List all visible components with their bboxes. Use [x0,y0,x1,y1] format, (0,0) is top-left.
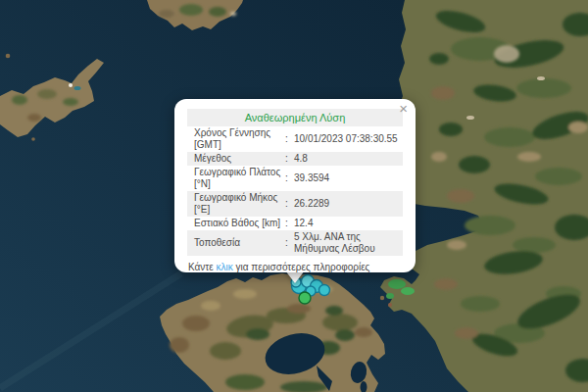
popup-row-origin-time: Χρόνος Γέννησης [GMT] : 10/01/2023 07:38… [187,126,403,152]
row-value: 4.8 [294,153,403,165]
row-value: 5 Χλμ. ΑΝΑ της Μήθυμνας Λέσβου [294,231,403,255]
row-label: Χρόνος Γέννησης [GMT] [187,127,285,151]
earthquake-marker-selected[interactable] [299,292,311,304]
popup-row-latitude: Γεωγραφικό Πλάτος [°N] : 39.3594 [187,166,403,191]
popup-row-magnitude: Μέγεθος : 4.8 [187,152,403,166]
popup-title: Αναθεωρημένη Λύση [187,109,403,126]
popup-table: Αναθεωρημένη Λύση Χρόνος Γέννησης [GMT] … [187,109,403,256]
earthquake-popup: × Αναθεωρημένη Λύση Χρόνος Γέννησης [GMT… [174,99,416,272]
footer-text: Κάντε [188,262,217,272]
row-label: Μέγεθος [187,153,285,165]
popup-footer: Κάντε κλικ για περισσότερες πληροφορίες [187,256,403,273]
row-value: 12.4 [294,218,403,229]
popup-close-button[interactable]: × [399,101,408,116]
row-value: 26.2289 [294,198,403,210]
row-value: 39.3594 [294,172,403,184]
row-label: Γεωγραφικό Πλάτος [°N] [187,167,285,190]
popup-row-location: Τοποθεσία : 5 Χλμ. ΑΝΑ της Μήθυμνας Λέσβ… [187,230,403,256]
earthquake-marker[interactable] [319,285,330,296]
footer-text: για περισσότερες πληροφορίες [233,262,370,272]
city-patch [494,45,519,63]
town-dot [69,83,73,87]
row-label: Εστιακό Βάθος [km] [187,218,285,229]
popup-row-longitude: Γεωγραφικό Μήκος [°E] : 26.2289 [187,191,403,217]
row-value: 10/01/2023 07:38:30.55 [294,133,403,145]
row-label: Γεωγραφικό Μήκος [°E] [187,192,285,216]
row-label: Τοποθεσία [187,237,285,249]
popup-row-depth: Εστιακό Βάθος [km] : 12.4 [187,217,403,230]
more-info-link[interactable]: κλικ [217,262,233,272]
